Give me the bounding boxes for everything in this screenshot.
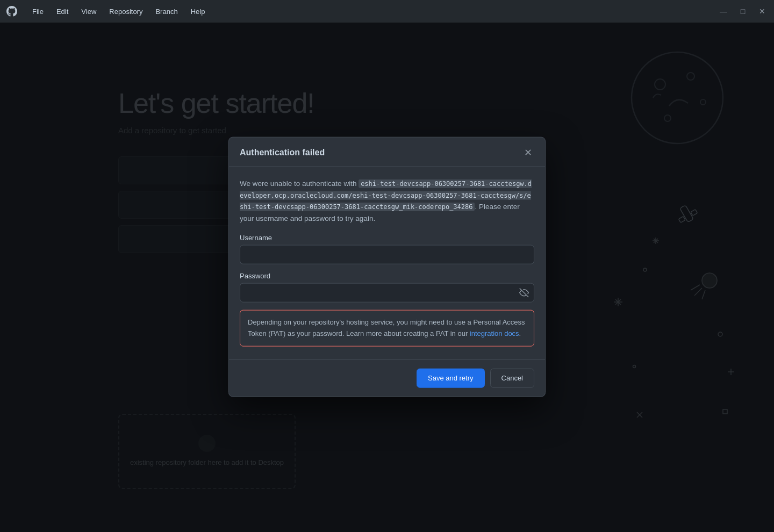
modal-body: We were unable to authenticate with eshi… (229, 167, 545, 360)
maximize-button[interactable]: □ (737, 6, 748, 17)
modal-message: We were unable to authenticate with eshi… (240, 178, 534, 224)
password-group: Password (240, 272, 534, 303)
close-button[interactable]: ✕ (757, 6, 768, 17)
auth-failed-modal: Authentication failed ✕ We were unable t… (228, 137, 546, 397)
password-label: Password (240, 272, 534, 280)
pat-notice: Depending on your repository's hosting s… (240, 310, 534, 347)
modal-header: Authentication failed ✕ (229, 138, 545, 167)
modal-footer: Save and retry Cancel (229, 360, 545, 397)
titlebar-menu: File Edit View Repository Branch Help (27, 5, 210, 18)
pat-notice-suffix: . (519, 329, 521, 337)
password-toggle-icon[interactable] (519, 288, 529, 298)
minimize-button[interactable]: — (718, 6, 729, 17)
menu-edit[interactable]: Edit (51, 5, 74, 18)
modal-title: Authentication failed (240, 148, 325, 157)
username-group: Username (240, 234, 534, 264)
password-wrapper (240, 283, 534, 303)
menu-view[interactable]: View (76, 5, 102, 18)
titlebar: File Edit View Repository Branch Help — … (0, 0, 774, 23)
password-input[interactable] (240, 283, 534, 303)
window-controls: — □ ✕ (718, 6, 768, 17)
menu-branch[interactable]: Branch (150, 5, 183, 18)
github-logo-icon (6, 6, 17, 17)
save-retry-button[interactable]: Save and retry (417, 369, 485, 388)
username-label: Username (240, 234, 534, 242)
cancel-button[interactable]: Cancel (490, 369, 534, 388)
main-background: Let's get started! Add a repository to g… (0, 23, 774, 532)
menu-repository[interactable]: Repository (104, 5, 148, 18)
integration-docs-link[interactable]: integration docs (470, 329, 519, 337)
menu-help[interactable]: Help (185, 5, 211, 18)
username-input[interactable] (240, 245, 534, 264)
menu-file[interactable]: File (27, 5, 49, 18)
message-prefix: We were unable to authenticate with (240, 179, 359, 188)
modal-close-button[interactable]: ✕ (521, 146, 534, 159)
